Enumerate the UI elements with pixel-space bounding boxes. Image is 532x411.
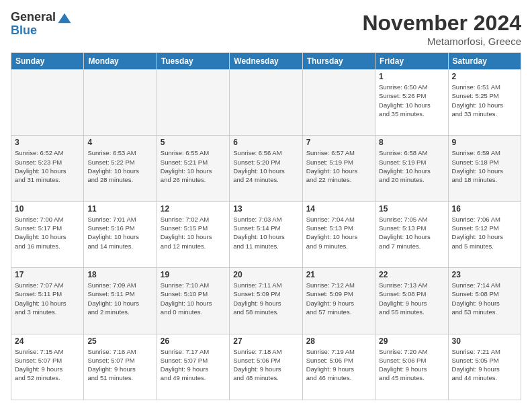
day-number: 4	[87, 138, 152, 147]
day-info: Sunrise: 7:09 AM Sunset: 5:11 PM Dayligh…	[87, 281, 152, 316]
table-row: 5Sunrise: 6:55 AM Sunset: 5:21 PM Daylig…	[157, 136, 229, 201]
day-info: Sunrise: 6:53 AM Sunset: 5:22 PM Dayligh…	[87, 148, 152, 184]
day-info: Sunrise: 7:15 AM Sunset: 5:07 PM Dayligh…	[15, 347, 80, 383]
day-info: Sunrise: 6:52 AM Sunset: 5:23 PM Dayligh…	[15, 148, 80, 184]
day-info: Sunrise: 7:18 AM Sunset: 5:06 PM Dayligh…	[233, 347, 298, 383]
month-title: November 2024	[362, 11, 521, 36]
header-thursday: Thursday	[302, 53, 375, 70]
day-info: Sunrise: 7:21 AM Sunset: 5:05 PM Dayligh…	[452, 347, 517, 383]
table-row	[302, 70, 375, 136]
day-info: Sunrise: 6:51 AM Sunset: 5:25 PM Dayligh…	[452, 83, 517, 118]
table-row: 13Sunrise: 7:03 AM Sunset: 5:14 PM Dayli…	[230, 201, 302, 267]
day-info: Sunrise: 7:01 AM Sunset: 5:16 PM Dayligh…	[87, 215, 152, 250]
table-row: 27Sunrise: 7:18 AM Sunset: 5:06 PM Dayli…	[230, 334, 302, 400]
table-row: 29Sunrise: 7:20 AM Sunset: 5:06 PM Dayli…	[375, 334, 448, 400]
header-sunday: Sunday	[11, 53, 84, 70]
header: General Blue November 2024 Metamorfosi, …	[11, 11, 521, 47]
day-number: 7	[306, 138, 371, 147]
table-row: 6Sunrise: 6:56 AM Sunset: 5:20 PM Daylig…	[230, 136, 302, 201]
table-row: 12Sunrise: 7:02 AM Sunset: 5:15 PM Dayli…	[157, 201, 229, 267]
table-row: 7Sunrise: 6:57 AM Sunset: 5:19 PM Daylig…	[302, 136, 375, 201]
day-number: 17	[15, 270, 80, 279]
page: General Blue November 2024 Metamorfosi, …	[0, 0, 532, 411]
table-row: 11Sunrise: 7:01 AM Sunset: 5:16 PM Dayli…	[84, 201, 157, 267]
table-row	[157, 70, 229, 136]
calendar-week-row: 24Sunrise: 7:15 AM Sunset: 5:07 PM Dayli…	[11, 334, 521, 400]
day-number: 11	[87, 204, 152, 214]
calendar-week-row: 10Sunrise: 7:00 AM Sunset: 5:17 PM Dayli…	[11, 201, 521, 267]
header-friday: Friday	[375, 53, 448, 70]
day-number: 22	[379, 270, 444, 279]
day-number: 3	[15, 138, 80, 147]
header-saturday: Saturday	[448, 53, 521, 70]
day-number: 6	[233, 138, 298, 147]
location: Metamorfosi, Greece	[362, 36, 521, 47]
day-number: 9	[452, 138, 517, 147]
day-number: 12	[161, 204, 226, 214]
logo-text: General Blue	[11, 11, 72, 38]
day-info: Sunrise: 6:56 AM Sunset: 5:20 PM Dayligh…	[233, 148, 298, 184]
day-number: 21	[306, 270, 371, 279]
day-number: 28	[306, 336, 371, 346]
table-row: 15Sunrise: 7:05 AM Sunset: 5:13 PM Dayli…	[375, 201, 448, 267]
table-row: 17Sunrise: 7:07 AM Sunset: 5:11 PM Dayli…	[11, 268, 84, 334]
day-info: Sunrise: 7:14 AM Sunset: 5:08 PM Dayligh…	[452, 281, 517, 316]
day-info: Sunrise: 7:16 AM Sunset: 5:07 PM Dayligh…	[87, 347, 152, 383]
day-number: 25	[87, 336, 152, 346]
day-number: 2	[452, 72, 517, 81]
day-info: Sunrise: 7:05 AM Sunset: 5:13 PM Dayligh…	[379, 215, 444, 250]
day-info: Sunrise: 7:19 AM Sunset: 5:06 PM Dayligh…	[306, 347, 371, 383]
header-monday: Monday	[84, 53, 157, 70]
calendar-week-row: 3Sunrise: 6:52 AM Sunset: 5:23 PM Daylig…	[11, 136, 521, 201]
day-info: Sunrise: 7:06 AM Sunset: 5:12 PM Dayligh…	[452, 215, 517, 250]
table-row: 10Sunrise: 7:00 AM Sunset: 5:17 PM Dayli…	[11, 201, 84, 267]
day-info: Sunrise: 7:12 AM Sunset: 5:09 PM Dayligh…	[306, 281, 371, 316]
logo-general: General	[11, 11, 72, 24]
day-number: 10	[15, 204, 80, 214]
day-info: Sunrise: 7:20 AM Sunset: 5:06 PM Dayligh…	[379, 347, 444, 383]
table-row: 26Sunrise: 7:17 AM Sunset: 5:07 PM Dayli…	[157, 334, 229, 400]
day-number: 8	[379, 138, 444, 147]
svg-marker-0	[58, 13, 71, 24]
table-row	[84, 70, 157, 136]
day-info: Sunrise: 7:02 AM Sunset: 5:15 PM Dayligh…	[161, 215, 226, 250]
table-row: 9Sunrise: 6:59 AM Sunset: 5:18 PM Daylig…	[448, 136, 521, 201]
table-row: 22Sunrise: 7:13 AM Sunset: 5:08 PM Dayli…	[375, 268, 448, 334]
day-number: 20	[233, 270, 298, 279]
table-row	[11, 70, 84, 136]
day-number: 29	[379, 336, 444, 346]
table-row: 1Sunrise: 6:50 AM Sunset: 5:26 PM Daylig…	[375, 70, 448, 136]
header-wednesday: Wednesday	[230, 53, 302, 70]
day-info: Sunrise: 7:17 AM Sunset: 5:07 PM Dayligh…	[161, 347, 226, 383]
table-row: 18Sunrise: 7:09 AM Sunset: 5:11 PM Dayli…	[84, 268, 157, 334]
day-number: 19	[161, 270, 226, 279]
day-number: 14	[306, 204, 371, 214]
day-number: 30	[452, 336, 517, 346]
day-info: Sunrise: 7:03 AM Sunset: 5:14 PM Dayligh…	[233, 215, 298, 250]
weekday-header-row: Sunday Monday Tuesday Wednesday Thursday…	[11, 53, 521, 70]
day-info: Sunrise: 7:07 AM Sunset: 5:11 PM Dayligh…	[15, 281, 80, 316]
day-info: Sunrise: 7:04 AM Sunset: 5:13 PM Dayligh…	[306, 215, 371, 250]
table-row: 2Sunrise: 6:51 AM Sunset: 5:25 PM Daylig…	[448, 70, 521, 136]
day-info: Sunrise: 6:57 AM Sunset: 5:19 PM Dayligh…	[306, 148, 371, 184]
day-info: Sunrise: 6:59 AM Sunset: 5:18 PM Dayligh…	[452, 148, 517, 184]
table-row: 3Sunrise: 6:52 AM Sunset: 5:23 PM Daylig…	[11, 136, 84, 201]
table-row: 25Sunrise: 7:16 AM Sunset: 5:07 PM Dayli…	[84, 334, 157, 400]
day-info: Sunrise: 6:55 AM Sunset: 5:21 PM Dayligh…	[161, 148, 226, 184]
calendar: Sunday Monday Tuesday Wednesday Thursday…	[11, 52, 521, 400]
table-row	[230, 70, 302, 136]
day-info: Sunrise: 7:10 AM Sunset: 5:10 PM Dayligh…	[161, 281, 226, 316]
table-row: 24Sunrise: 7:15 AM Sunset: 5:07 PM Dayli…	[11, 334, 84, 400]
calendar-week-row: 1Sunrise: 6:50 AM Sunset: 5:26 PM Daylig…	[11, 70, 521, 136]
table-row: 23Sunrise: 7:14 AM Sunset: 5:08 PM Dayli…	[448, 268, 521, 334]
table-row: 16Sunrise: 7:06 AM Sunset: 5:12 PM Dayli…	[448, 201, 521, 267]
day-number: 5	[161, 138, 226, 147]
day-number: 24	[15, 336, 80, 346]
table-row: 4Sunrise: 6:53 AM Sunset: 5:22 PM Daylig…	[84, 136, 157, 201]
table-row: 8Sunrise: 6:58 AM Sunset: 5:19 PM Daylig…	[375, 136, 448, 201]
day-number: 26	[161, 336, 226, 346]
title-section: November 2024 Metamorfosi, Greece	[362, 11, 521, 47]
logo: General Blue	[11, 11, 72, 38]
logo-blue: Blue	[11, 24, 72, 38]
day-info: Sunrise: 7:00 AM Sunset: 5:17 PM Dayligh…	[15, 215, 80, 250]
